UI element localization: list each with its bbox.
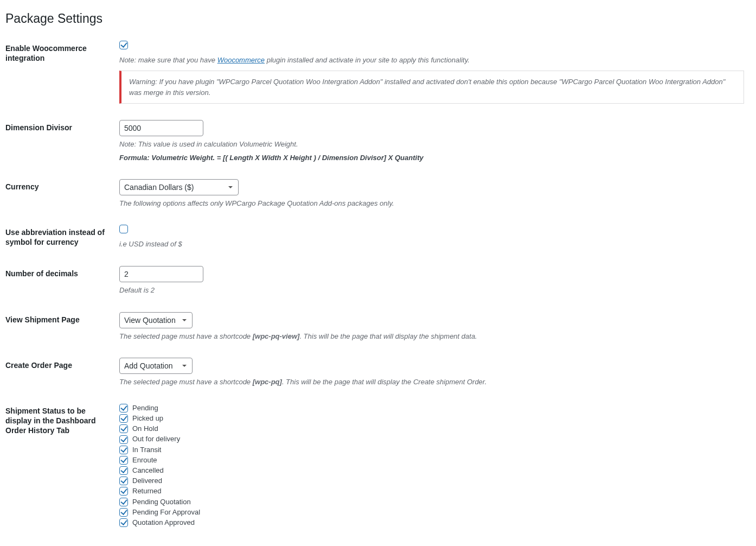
label-shipment-status: Shipment Status to be display in the Das… [5, 395, 114, 536]
status-item: Pending For Approval [119, 507, 744, 517]
currency-note: The following options affects only WPCar… [119, 199, 744, 208]
status-checkbox[interactable] [119, 477, 128, 485]
abbreviation-note: i.e USD instead of $ [119, 239, 744, 249]
status-checkbox[interactable] [119, 424, 128, 433]
status-item: On Hold [119, 424, 744, 434]
view-shipment-select[interactable]: View Quotation [119, 312, 193, 328]
woocommerce-warning: Warning: If you have plugin "WPCargo Par… [119, 71, 744, 104]
status-checkbox[interactable] [119, 518, 128, 527]
decimals-note: Default is 2 [119, 285, 744, 295]
status-label: Pending [132, 403, 158, 413]
status-checkbox[interactable] [119, 414, 128, 423]
status-item: Delivered [119, 476, 744, 486]
label-create-order: Create Order Page [5, 350, 114, 395]
status-checkbox[interactable] [119, 498, 128, 506]
settings-form: Enable Woocommerce integration Note: mak… [5, 33, 749, 536]
label-currency: Currency [5, 171, 114, 217]
status-label: On Hold [132, 424, 158, 434]
label-dimension-divisor: Dimension Divisor [5, 112, 114, 170]
label-decimals: Number of decimals [5, 258, 114, 303]
status-item: Out for delivery [119, 434, 744, 444]
create-order-select[interactable]: Add Quotation [119, 358, 193, 374]
status-checkbox[interactable] [119, 508, 128, 517]
status-label: In Transit [132, 445, 161, 455]
woocommerce-checkbox[interactable] [119, 41, 128, 49]
status-item: Cancelled [119, 466, 744, 475]
status-label: Pending Quotation [132, 497, 191, 507]
status-label: Out for delivery [132, 434, 180, 444]
dimension-divisor-formula: Formula: Volumetric Weight. = [( Length … [119, 153, 744, 163]
status-label: Picked up [132, 414, 163, 423]
status-label: Returned [132, 486, 161, 496]
view-shipment-note: The selected page must have a shortcode … [119, 332, 744, 341]
status-checkbox[interactable] [119, 466, 128, 475]
status-item: Returned [119, 486, 744, 496]
status-label: Delivered [132, 476, 162, 486]
decimals-input[interactable] [119, 266, 203, 282]
label-abbreviation: Use abbreviation instead of symbol for c… [5, 217, 114, 258]
status-label: Quotation Approved [132, 518, 195, 528]
status-item: Picked up [119, 414, 744, 423]
status-checkbox[interactable] [119, 446, 128, 454]
status-label: Pending For Approval [132, 507, 200, 517]
status-checkbox[interactable] [119, 456, 128, 465]
abbreviation-checkbox[interactable] [119, 225, 128, 233]
woocommerce-link[interactable]: Woocommerce [217, 56, 265, 64]
currency-select[interactable]: Canadian Dollars ($) [119, 179, 239, 195]
create-order-note: The selected page must have a shortcode … [119, 377, 744, 387]
page-title: Package Settings [5, 7, 749, 28]
label-view-shipment: View Shipment Page [5, 304, 114, 350]
status-item: Quotation Approved [119, 518, 744, 528]
label-woocommerce: Enable Woocommerce integration [5, 33, 114, 112]
status-label: Cancelled [132, 466, 164, 475]
shipment-status-list: PendingPicked upOn HoldOut for deliveryI… [119, 403, 744, 528]
status-checkbox[interactable] [119, 435, 128, 444]
status-checkbox[interactable] [119, 404, 128, 412]
status-item: Pending Quotation [119, 497, 744, 507]
status-item: In Transit [119, 445, 744, 455]
dimension-divisor-input[interactable] [119, 120, 203, 136]
woocommerce-note: Note: make sure that you have Woocommerc… [119, 55, 744, 65]
status-label: Enroute [132, 455, 157, 465]
dimension-divisor-note: Note: This value is used in calculation … [119, 139, 744, 149]
status-item: Pending [119, 403, 744, 413]
status-checkbox[interactable] [119, 487, 128, 496]
status-item: Enroute [119, 455, 744, 465]
